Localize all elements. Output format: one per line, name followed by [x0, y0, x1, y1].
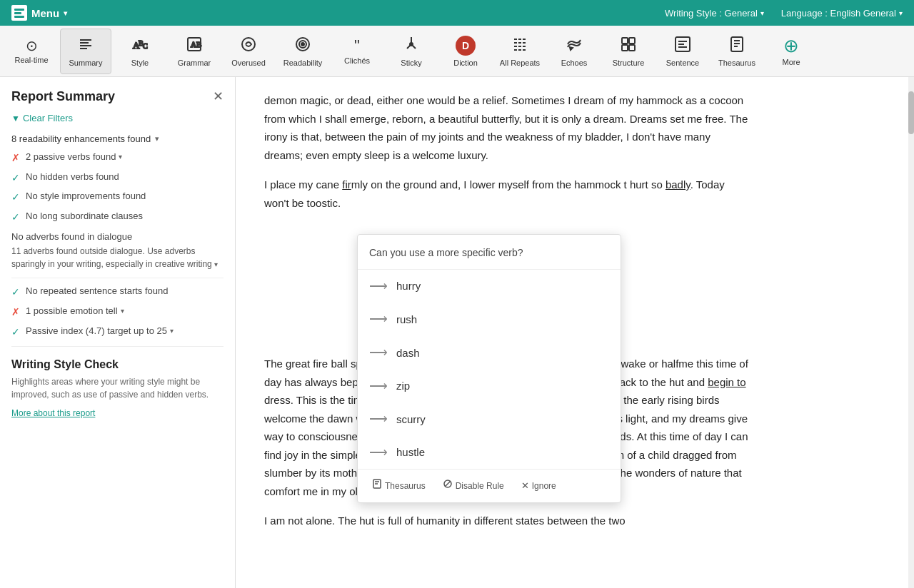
badly-word: badly	[666, 178, 690, 191]
paragraph-1-text: demon magic, or dead, either one would b…	[264, 94, 748, 161]
word-hurry: hurry	[396, 277, 421, 295]
disable-rule-btn[interactable]: Disable Rule	[437, 475, 510, 497]
suggestion-dash[interactable]: ⟶ dash	[358, 336, 621, 370]
suggestion-rush[interactable]: ⟶ rush	[358, 303, 621, 336]
paragraph-2: I place my cane firmly on the ground and…	[264, 176, 750, 212]
suggestion-hurry[interactable]: ⟶ hurry	[358, 270, 621, 303]
verb-suggestion-popup[interactable]: Can you use a more specific verb? ⟶ hurr…	[357, 234, 621, 503]
hidden-verbs-ok-icon: ✓	[11, 171, 20, 186]
toolbar-cliches[interactable]: " Clichés	[331, 29, 383, 74]
toolbar-summary[interactable]: Summary	[60, 29, 111, 74]
menu-dropdown-arrow: ▾	[64, 9, 67, 17]
toolbar-grammar[interactable]: AB Grammar	[169, 29, 220, 74]
thesaurus-label: Thesaurus	[718, 59, 755, 67]
clear-filters-label: Clear Filters	[23, 113, 73, 123]
scrollbar-thumb[interactable]	[908, 91, 914, 134]
svg-point-9	[242, 38, 255, 51]
echoes-icon	[566, 36, 583, 56]
toolbar-all-repeats[interactable]: All Repeats	[494, 29, 546, 74]
toolbar-sticky[interactable]: Sticky	[386, 29, 437, 74]
svg-rect-26	[622, 38, 628, 44]
sticky-icon	[403, 36, 420, 56]
arrow-scurry: ⟶	[369, 408, 388, 430]
toolbar-structure[interactable]: Structure	[603, 29, 654, 74]
toolbar-diction[interactable]: D Diction	[440, 29, 491, 74]
subordinate-clauses-item: ✓ No long subordinate clauses	[11, 211, 224, 225]
readability-label: Readability	[283, 59, 322, 67]
writing-style-section: Writing Style Check Highlights areas whe…	[11, 358, 224, 418]
toolbar-more[interactable]: ⊕ More	[765, 29, 817, 74]
divider-1	[11, 278, 224, 278]
writing-style-arrow: ▾	[760, 9, 764, 17]
passive-verbs-expand[interactable]: ▾	[119, 153, 122, 161]
structure-icon	[620, 36, 637, 56]
toolbar: ⊙ Real-time Summary A B C Style A	[0, 26, 914, 77]
sentence-icon	[674, 36, 691, 56]
disable-rule-icon	[443, 478, 453, 494]
toolbar-realtime[interactable]: ⊙ Real-time	[6, 29, 57, 74]
stic-text: stic.	[321, 197, 341, 209]
toolbar-overused[interactable]: Overused	[223, 29, 274, 74]
word-zip: zip	[396, 377, 410, 395]
content-area[interactable]: demon magic, or dead, either one would b…	[236, 77, 914, 588]
clear-filters-button[interactable]: ▼ Clear Filters	[11, 113, 224, 123]
svg-text:C: C	[143, 42, 148, 50]
adverbs-expand-arrow[interactable]: ▾	[214, 260, 218, 268]
summary-icon	[77, 36, 94, 56]
no-repeated-item: ✓ No repeated sentence starts found	[11, 285, 224, 300]
arrow-rush: ⟶	[369, 308, 388, 330]
adverbs-section: No adverbs found in dialogue 11 adverbs …	[11, 231, 224, 270]
report-summary-title: Report Summary	[11, 89, 115, 104]
passive-index-expand[interactable]: ▾	[170, 327, 174, 335]
passive-index-text-container: Passive index (4.7) target up to 25 ▾	[26, 325, 174, 336]
writing-style-title: Writing Style Check	[11, 358, 224, 371]
menu-button[interactable]: Menu ▾	[11, 5, 67, 21]
emotion-tell-x-icon: ✗	[11, 305, 20, 320]
readability-icon	[294, 36, 311, 56]
writing-style-selector[interactable]: Writing Style : General ▾	[665, 8, 764, 19]
arrow-dash: ⟶	[369, 342, 388, 364]
toolbar-echoes[interactable]: Echoes	[548, 29, 600, 74]
grammar-label: Grammar	[178, 59, 211, 67]
emotion-tell-expand[interactable]: ▾	[121, 307, 124, 315]
all-repeats-icon	[511, 36, 528, 56]
toolbar-style[interactable]: A B C Style	[114, 29, 166, 74]
readability-section-header[interactable]: 8 readability enhancements found ▾	[11, 133, 224, 144]
language-selector[interactable]: Language : English General ▾	[781, 8, 903, 19]
suggestion-scurry[interactable]: ⟶ scurry	[358, 402, 621, 436]
ignore-btn[interactable]: ✕ Ignore	[516, 475, 562, 497]
diction-label: Diction	[453, 59, 478, 67]
toolbar-sentence[interactable]: Sentence	[657, 29, 708, 74]
thesaurus-footer-btn[interactable]: Thesaurus	[366, 475, 431, 497]
no-repeated-ok-icon: ✓	[11, 285, 20, 300]
ignore-label: Ignore	[532, 479, 556, 493]
suggestion-hustle[interactable]: ⟶ hustle	[358, 436, 621, 470]
subordinate-ok-icon: ✓	[11, 211, 20, 225]
more-about-link[interactable]: More about this report	[11, 408, 95, 418]
ignore-icon: ✕	[521, 478, 529, 494]
summary-label: Summary	[69, 59, 102, 67]
arrow-hurry: ⟶	[369, 275, 388, 298]
popup-header-text: Can you use a more specific verb?	[358, 235, 621, 270]
close-sidebar-button[interactable]: ✕	[213, 88, 224, 104]
thesaurus-footer-icon	[372, 478, 382, 494]
readability-section-label: 8 readability enhancements found	[11, 133, 151, 144]
realtime-label: Real-time	[14, 56, 48, 64]
passive-verbs-text-container: 2 passive verbs found ▾	[26, 151, 122, 162]
toolbar-readability[interactable]: Readability	[277, 29, 328, 74]
svg-text:AB: AB	[191, 40, 201, 49]
svg-rect-28	[622, 45, 628, 51]
writing-style-desc: Highlights areas where your writing styl…	[11, 375, 224, 401]
echoes-label: Echoes	[561, 59, 588, 67]
overused-icon	[240, 36, 257, 56]
adverbs-main-label: No adverbs found in dialogue	[11, 231, 224, 242]
passive-index-item: ✓ Passive index (4.7) target up to 25 ▾	[11, 325, 224, 340]
style-label: Style	[131, 59, 149, 67]
top-navigation: Menu ▾ Writing Style : General ▾ Languag…	[0, 0, 914, 26]
suggestion-zip[interactable]: ⟶ zip	[358, 370, 621, 403]
toolbar-thesaurus[interactable]: Thesaurus	[711, 29, 763, 74]
sentence-label: Sentence	[666, 59, 699, 67]
grammar-icon: AB	[186, 36, 203, 56]
paragraph-4: I am not alone. The hut is full of human…	[264, 512, 750, 530]
svg-line-42	[445, 481, 451, 487]
